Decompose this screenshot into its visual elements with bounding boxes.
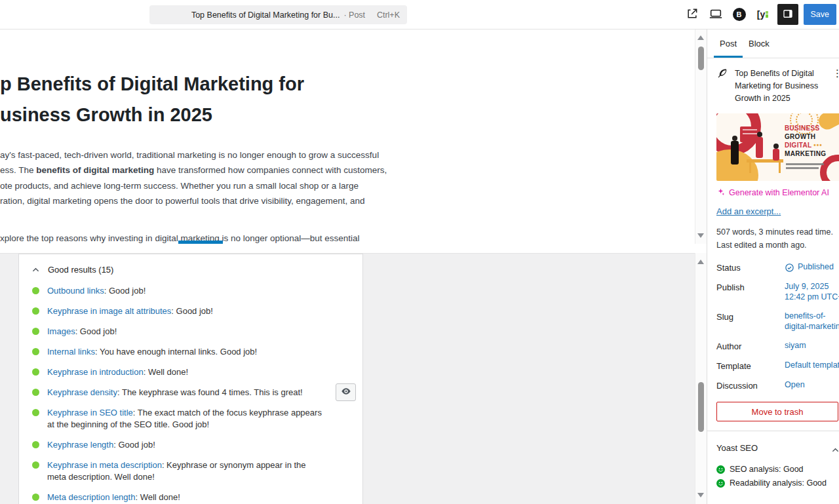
featured-image-person: [773, 144, 779, 161]
plugin-button[interactable]: B: [730, 4, 749, 25]
header-toolbar: Top Benefits of Digital Marketing for Bu…: [0, 0, 839, 29]
chevron-up-icon: [832, 445, 839, 455]
scroll-up-arrow-icon[interactable]: [697, 35, 704, 40]
sidebar-divider: [707, 431, 839, 431]
summary-row: Slugbenefits-of-digital-marketing: [716, 311, 839, 332]
summary-row: StatusPublished: [716, 262, 839, 273]
yoast-analysis-list: SEO analysis: GoodReadability analysis: …: [716, 465, 839, 488]
yoast-check-link[interactable]: Keyphrase length: [47, 440, 113, 450]
analysis-result-item: Internal links: You have enough internal…: [32, 346, 356, 358]
analysis-result-text: Keyphrase length: Good job!: [47, 439, 155, 451]
tab-block[interactable]: Block: [743, 29, 775, 58]
settings-sidebar-toggle[interactable]: [777, 4, 798, 25]
yoast-check-link[interactable]: Images: [47, 326, 75, 336]
analysis-result-text: Keyphrase in SEO title: The exact match …: [47, 407, 326, 431]
summary-row-value[interactable]: siyam: [785, 341, 806, 351]
summary-row: PublishJuly 9, 202512:42 pm UTC+0: [716, 282, 839, 302]
analysis-result-text: Keyphrase in image alt attributes: Good …: [47, 305, 213, 317]
eye-button[interactable]: [336, 383, 356, 401]
check-circle-icon: [785, 263, 794, 273]
scroll-down-arrow-icon[interactable]: [697, 493, 704, 497]
post-title-heading[interactable]: p Benefits of Digital Marketing for usin…: [0, 69, 695, 130]
kebab-menu-icon[interactable]: ⋮: [832, 68, 839, 79]
text-highlight-bar: [178, 241, 223, 244]
analysis-result-text: Keyphrase density: The keyphrase was fou…: [47, 387, 303, 398]
featured-image-person: [731, 136, 739, 165]
featured-image[interactable]: BUSINESS GROWTH DIGITAL ••• MARKETING: [716, 113, 839, 181]
editor-scrollbar-thumb[interactable]: [698, 47, 704, 70]
featured-image-caption-line: [786, 167, 819, 169]
post-summary-rows: StatusPublishedPublishJuly 9, 202512:42 …: [716, 262, 839, 391]
summary-row-label: Author: [716, 341, 785, 351]
add-excerpt-link[interactable]: Add an excerpt...: [716, 206, 781, 216]
metabox-scrollbar[interactable]: [695, 253, 707, 504]
summary-row-value[interactable]: Open: [785, 380, 805, 391]
yoast-check-link[interactable]: Outbound links: [47, 286, 104, 296]
yoast-check-link[interactable]: Keyphrase in meta description: [47, 460, 162, 470]
preview-button[interactable]: [707, 4, 725, 25]
save-button[interactable]: Save: [804, 4, 837, 25]
generate-with-elementor-ai-link[interactable]: Generate with Elementor AI: [716, 187, 839, 198]
yoast-score-icon: [y: [757, 9, 768, 20]
yoast-check-link[interactable]: Keyphrase in image alt attributes: [47, 306, 171, 316]
good-results-list: Outbound links: Good job!Keyphrase in im…: [32, 285, 356, 503]
view-post-button[interactable]: [683, 4, 701, 25]
paragraph-line: ay's fast-paced, tech-driven world, trad…: [0, 147, 695, 163]
scroll-up-arrow-icon[interactable]: [697, 260, 704, 264]
analysis-result-text: Keyphrase in introduction: Well done!: [47, 366, 188, 378]
tab-post[interactable]: Post: [714, 29, 743, 58]
yoast-check-link[interactable]: Keyphrase density: [47, 387, 117, 397]
analysis-result-item: Meta description length: Well done!: [32, 492, 356, 503]
analysis-result-item: Outbound links: Good job!: [32, 285, 356, 297]
post-title-line: usiness Growth in 2025: [0, 100, 695, 130]
good-result-bullet: [32, 461, 39, 469]
command-palette-bar[interactable]: Top Benefits of Digital Marketing for Bu…: [149, 5, 407, 24]
editor-canvas[interactable]: p Benefits of Digital Marketing for usin…: [0, 29, 695, 244]
analysis-result-item: Keyphrase density: The keyphrase was fou…: [32, 387, 356, 398]
wordpress-editor-screen: { "topbar": { "command_title": "Top Bene…: [0, 0, 839, 504]
summary-row: DiscussionOpen: [716, 380, 839, 391]
yoast-check-link[interactable]: Keyphrase in SEO title: [47, 408, 133, 417]
scroll-down-arrow-icon[interactable]: [697, 233, 704, 238]
analysis-result-text: Images: Good job!: [47, 326, 117, 338]
paragraph-line: ration, digital marketing opens the door…: [0, 193, 695, 208]
post-paragraph[interactable]: ay's fast-paced, tech-driven world, trad…: [0, 147, 695, 208]
analysis-result-text: Meta description length: Well done!: [47, 492, 180, 503]
featured-image-caption-line: [786, 163, 824, 165]
feather-post-icon: [716, 68, 728, 105]
sidebar-post-title: Top Benefits of Digital Marketing for Bu…: [735, 68, 821, 105]
summary-row-value[interactable]: July 9, 202512:42 pm UTC+0: [785, 282, 839, 302]
good-results-title: Good results (15): [48, 265, 113, 275]
good-result-bullet: [32, 307, 39, 315]
yoast-seo-section-header[interactable]: Yoast SEO: [716, 443, 839, 453]
good-results-header[interactable]: Good results (15): [32, 265, 356, 275]
command-shortcut: Ctrl+K: [377, 10, 400, 20]
editor-scrollbar[interactable]: [695, 29, 707, 244]
featured-image-person: [756, 132, 763, 158]
analysis-result-text: Keyphrase in meta description: Keyphrase…: [47, 459, 326, 483]
yoast-seo-score-button[interactable]: [y: [754, 4, 772, 25]
summary-row-value[interactable]: Default template: [785, 360, 839, 371]
yoast-check-link[interactable]: Internal links: [47, 347, 95, 357]
move-to-trash-button[interactable]: Move to trash: [716, 402, 838, 421]
post-title-line: p Benefits of Digital Marketing for: [0, 69, 695, 100]
summary-row: Authorsiyam: [716, 341, 839, 351]
last-edited-text: Last edited a month ago.: [716, 239, 839, 252]
good-result-bullet: [32, 368, 39, 376]
summary-row-label: Template: [716, 360, 785, 371]
yoast-check-link[interactable]: Keyphrase in introduction: [47, 367, 144, 377]
post-summary-title-row: Top Benefits of Digital Marketing for Bu…: [716, 68, 839, 105]
summary-row-value[interactable]: Published: [785, 262, 834, 273]
yoast-check-link[interactable]: Meta description length: [47, 492, 135, 502]
paragraph-line: ess. The benefits of digital marketing h…: [0, 163, 695, 178]
summary-row-value[interactable]: benefits-of-digital-marketing: [785, 311, 839, 332]
word-count-text: 507 words, 3 minutes read time.: [716, 225, 839, 239]
summary-row-label: Status: [716, 262, 785, 273]
preview-laptop-icon: [709, 7, 723, 23]
analysis-result-text: Internal links: You have enough internal…: [47, 346, 257, 358]
analysis-result-item: Images: Good job!: [32, 326, 356, 338]
plugin-b-icon: B: [733, 8, 746, 21]
analysis-result-item: Keyphrase in SEO title: The exact match …: [32, 407, 356, 431]
post-meta-info: 507 words, 3 minutes read time. Last edi…: [716, 225, 839, 252]
metabox-scrollbar-thumb[interactable]: [698, 382, 704, 432]
